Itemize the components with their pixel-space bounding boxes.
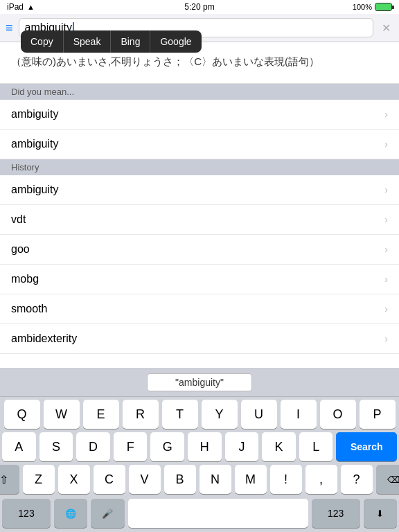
battery-icon: [375, 3, 392, 11]
key-w[interactable]: W: [44, 400, 80, 429]
mic-key[interactable]: 🎤: [91, 499, 124, 528]
key-q[interactable]: Q: [4, 400, 40, 429]
autocomplete-chip[interactable]: "ambiguity": [147, 373, 252, 391]
key-exclamation[interactable]: !: [270, 465, 302, 494]
key-i[interactable]: I: [281, 400, 317, 429]
key-e[interactable]: E: [83, 400, 119, 429]
key-k[interactable]: K: [262, 432, 296, 461]
list-item[interactable]: smooth ›: [0, 294, 399, 324]
chevron-right-icon: ›: [384, 214, 388, 225]
list-item[interactable]: ambidexterity ›: [0, 324, 399, 354]
key-g[interactable]: G: [150, 432, 184, 461]
space-key[interactable]: [128, 499, 308, 528]
battery-percent: 100%: [353, 3, 372, 11]
key-l[interactable]: L: [299, 432, 333, 461]
context-bing[interactable]: Bing: [111, 30, 150, 53]
context-menu: Copy Speak Bing Google: [21, 30, 202, 53]
context-copy[interactable]: Copy: [21, 30, 64, 53]
chevron-right-icon: ›: [384, 303, 388, 314]
menu-icon[interactable]: ≡: [6, 21, 13, 34]
keyboard: "ambiguity" Q W E R T Y U I O P A S D F …: [0, 368, 399, 532]
key-comma[interactable]: ,: [305, 465, 337, 494]
key-a[interactable]: A: [2, 432, 36, 461]
search-key[interactable]: Search: [336, 432, 397, 461]
chevron-right-icon: ›: [384, 274, 388, 285]
carrier-label: iPad: [7, 2, 24, 12]
chevron-right-icon: ›: [384, 184, 388, 195]
key-p[interactable]: P: [360, 400, 396, 429]
bottom-row: 123 🌐 🎤 123 ⬇: [0, 499, 399, 532]
key-s[interactable]: S: [39, 432, 73, 461]
chevron-right-icon: ›: [384, 333, 388, 344]
key-o[interactable]: O: [320, 400, 356, 429]
num-key-right[interactable]: 123: [312, 499, 360, 528]
clear-button[interactable]: ✕: [379, 21, 393, 35]
suggestions-list: Did you mean... ambiguity › ambiguity › …: [0, 84, 399, 354]
chevron-right-icon: ›: [384, 139, 388, 150]
key-b[interactable]: B: [164, 465, 196, 494]
key-t[interactable]: T: [162, 400, 198, 429]
list-item[interactable]: mobg ›: [0, 265, 399, 294]
key-f[interactable]: F: [114, 432, 148, 461]
key-r[interactable]: R: [123, 400, 159, 429]
key-d[interactable]: D: [76, 432, 110, 461]
list-item[interactable]: ambiguity ›: [0, 100, 399, 130]
key-v[interactable]: V: [129, 465, 161, 494]
chevron-right-icon: ›: [384, 109, 388, 120]
key-u[interactable]: U: [241, 400, 277, 429]
wifi-icon: ▲: [27, 3, 35, 11]
key-row-2: A S D F G H J K L Search: [2, 432, 397, 461]
definition-text: （意味の)あいまいさ,不明りょうさ；〈C〉あいまいな表現(語句）: [11, 53, 388, 70]
key-z[interactable]: Z: [23, 465, 55, 494]
list-item[interactable]: vdt ›: [0, 205, 399, 235]
time-label: 5:20 pm: [184, 2, 214, 12]
key-j[interactable]: J: [225, 432, 259, 461]
globe-key[interactable]: 🌐: [54, 499, 87, 528]
status-bar: iPad ▲ 5:20 pm 100%: [0, 0, 399, 14]
context-speak[interactable]: Speak: [64, 30, 112, 53]
did-you-mean-header: Did you mean...: [0, 84, 399, 100]
list-item[interactable]: goo ›: [0, 235, 399, 265]
shift-key[interactable]: ⇧: [0, 465, 19, 494]
list-item[interactable]: ambiguity ›: [0, 175, 399, 205]
num-key[interactable]: 123: [2, 499, 51, 528]
key-c[interactable]: C: [94, 465, 125, 494]
key-row-3: ⇧ Z X C V B N M ! , ? ⌫: [2, 465, 397, 494]
key-row-1: Q W E R T Y U I O P: [2, 400, 397, 429]
history-header: History: [0, 159, 399, 175]
key-y[interactable]: Y: [202, 400, 238, 429]
chevron-right-icon: ›: [384, 244, 388, 255]
key-x[interactable]: X: [58, 465, 90, 494]
key-n[interactable]: N: [200, 465, 231, 494]
key-h[interactable]: H: [188, 432, 222, 461]
key-question[interactable]: ?: [341, 465, 373, 494]
autocomplete-bar: "ambiguity": [0, 368, 399, 397]
list-item[interactable]: ambiguity ›: [0, 130, 399, 159]
context-google[interactable]: Google: [150, 30, 201, 53]
hide-keyboard-key[interactable]: ⬇: [364, 499, 397, 528]
key-rows: Q W E R T Y U I O P A S D F G H J K L Se…: [0, 397, 399, 499]
delete-key[interactable]: ⌫: [376, 465, 400, 494]
key-m[interactable]: M: [235, 465, 267, 494]
